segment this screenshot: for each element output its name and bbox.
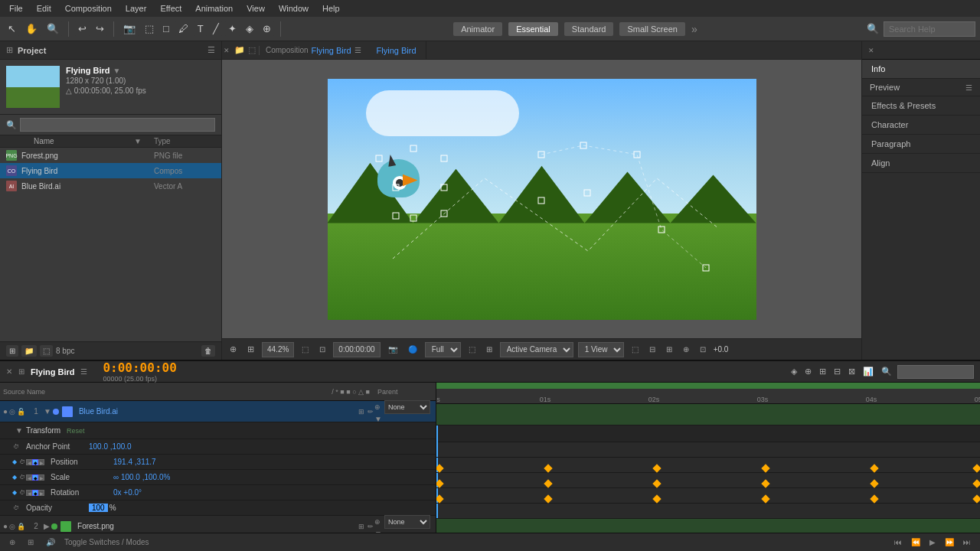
tl-rot-add-key[interactable]: ◆ xyxy=(32,490,38,496)
delete-btn[interactable]: 🗑 xyxy=(201,345,215,357)
comp-flowchart-btn[interactable]: ⊟ xyxy=(646,344,658,355)
tl-pos-stopwatch[interactable]: ⏱ xyxy=(18,458,26,466)
comp-tab-flyingbird[interactable]: Flying Bird xyxy=(368,41,426,59)
tl-snap-btn[interactable]: ⊕ xyxy=(802,366,814,377)
tl-parent2-select[interactable]: None xyxy=(384,515,430,529)
tl-pos-value[interactable]: 191.4 ,311.7 xyxy=(113,458,156,466)
tl-key-pos-4[interactable] xyxy=(761,464,769,472)
tl-graph-body[interactable] xyxy=(436,404,980,533)
tl-opacity-value[interactable]: 100 xyxy=(89,504,108,512)
tl-anchor-value[interactable]: 100.0 ,100.0 xyxy=(89,442,132,451)
tl-graph-editor-btn[interactable]: 📊 xyxy=(861,366,876,377)
project-menu-icon[interactable]: ☰ xyxy=(207,45,215,55)
comp-snap-btn[interactable]: ⊡ xyxy=(697,344,709,355)
workspace-standard[interactable]: Standard xyxy=(564,22,614,36)
tl-layer2-expand[interactable]: ▶ xyxy=(44,522,50,530)
project-item-flyingbird[interactable]: CO Flying Bird Compos xyxy=(0,163,221,178)
pen-tool[interactable]: 🖊 xyxy=(175,21,191,36)
tl-pos-next-key[interactable]: ▶ xyxy=(38,459,44,465)
tl-layer1-expand[interactable]: ▼ xyxy=(44,407,51,416)
tl-layer-1[interactable]: ● ◎ 🔓 1 ▼ Blue Bird.ai ⊞ ✏ ⊕ None xyxy=(0,401,436,422)
search-input[interactable] xyxy=(884,21,975,37)
tl-key-rot-4[interactable] xyxy=(761,494,769,503)
tl-layer2-lock[interactable]: 🔒 xyxy=(17,523,25,530)
new-item-btn[interactable]: ⊞ xyxy=(6,345,18,357)
timecode-display[interactable]: 0:00:00:00 xyxy=(333,342,380,357)
tl-toggle-label[interactable]: Toggle Switches / Modes xyxy=(64,538,149,546)
zoom-display[interactable]: 44.2% xyxy=(262,342,294,357)
tl-rot-stopwatch[interactable]: ⏱ xyxy=(18,489,26,497)
puppet-tool[interactable]: ⊕ xyxy=(260,21,274,36)
tl-parent1-dropdown[interactable]: ▼ xyxy=(374,415,382,423)
tl-scale-next-key[interactable]: ▶ xyxy=(38,474,44,481)
effects-presets-item[interactable]: Effects & Presets xyxy=(862,96,980,116)
tl-marker-btn[interactable]: ◈ xyxy=(789,366,799,377)
menu-composition[interactable]: Composition xyxy=(59,2,118,15)
project-item-forest[interactable]: PNG Forest.png PNG file xyxy=(0,148,221,163)
tl-layer1-eye[interactable]: ● xyxy=(3,407,8,416)
pixel-aspect-btn[interactable]: ⊡ xyxy=(316,344,328,355)
tl-key-rot-1[interactable] xyxy=(436,494,444,503)
tl-key-pos-6[interactable] xyxy=(972,464,980,472)
tl-layer-audio-btn[interactable]: 🔊 xyxy=(43,537,58,547)
tl-transform-expand[interactable]: ▼ xyxy=(15,426,23,435)
tl-go-end-btn[interactable]: ⏭ xyxy=(960,537,974,547)
menu-edit[interactable]: Edit xyxy=(31,2,57,15)
info-panel-item[interactable]: Info xyxy=(862,60,980,79)
comp-3d-btn[interactable]: ⊕ xyxy=(680,344,692,355)
eraser-tool[interactable]: ◈ xyxy=(243,21,256,36)
camera-snapshot-btn[interactable]: 📷 xyxy=(385,344,400,355)
undo-btn[interactable]: ↩ xyxy=(75,21,90,36)
tl-play-btn[interactable]: ▶ xyxy=(926,537,939,547)
tl-key-rot-2[interactable] xyxy=(544,494,552,503)
tl-search-btn[interactable]: 🔍 xyxy=(879,366,894,377)
tl-pos-prev-key[interactable]: ◀ xyxy=(26,459,32,465)
workspace-animator[interactable]: Animator xyxy=(453,22,502,36)
tl-key-scale-6[interactable] xyxy=(972,479,980,487)
tl-opacity-stopwatch[interactable]: ⏱ xyxy=(12,504,20,512)
comp-tab-menu[interactable]: ☰ xyxy=(354,46,361,54)
tl-layer1-switch-btn[interactable]: ⊞ xyxy=(358,407,365,416)
tl-motion-path-btn[interactable]: ⊟ xyxy=(831,366,843,377)
select-tool[interactable]: ↖ xyxy=(5,21,19,36)
tl-key-pos-5[interactable] xyxy=(870,464,878,472)
tl-rot-value[interactable]: 0x +0.0° xyxy=(113,488,142,497)
tl-key-scale-1[interactable] xyxy=(436,479,444,487)
rect-tool[interactable]: □ xyxy=(160,21,172,36)
fit-to-comp-btn[interactable]: ⬚ xyxy=(299,344,312,355)
menu-view[interactable]: View xyxy=(240,2,271,15)
tl-prev-frame-btn[interactable]: ⏪ xyxy=(908,537,923,547)
tl-scale-value[interactable]: ∞ 100.0 ,100.0% xyxy=(113,473,170,481)
tl-key-scale-5[interactable] xyxy=(870,479,878,487)
tl-key-pos-3[interactable] xyxy=(652,464,661,472)
hand-tool[interactable]: ✋ xyxy=(22,21,41,36)
tl-layer-2[interactable]: ● ◎ 🔒 2 ▶ Forest.png ⊞ ✏ ⊕ None xyxy=(0,516,436,533)
preview-dropdown-icon[interactable]: ▼ xyxy=(113,67,120,75)
tl-layer1-solo[interactable]: ◎ xyxy=(9,408,15,416)
tl-work-area[interactable] xyxy=(436,383,980,389)
comp-tab-name[interactable]: Flying Bird xyxy=(312,46,351,55)
menu-file[interactable]: File xyxy=(3,2,29,15)
tl-new-layer-btn[interactable]: ⊕ xyxy=(6,537,18,547)
tl-next-frame-btn[interactable]: ⏩ xyxy=(942,537,957,547)
tl-go-start-btn[interactable]: ⏮ xyxy=(891,537,905,547)
new-comp-btn[interactable]: ⬚ xyxy=(40,345,53,357)
tl-layer1-pencil-btn[interactable]: ✏ xyxy=(367,407,374,416)
tl-layer-settings-btn[interactable]: ⊞ xyxy=(24,537,37,547)
zoom-tool[interactable]: 🔍 xyxy=(44,21,62,36)
tl-layer1-parent[interactable]: ⊕ None ▼ xyxy=(374,400,436,423)
sort-icon[interactable]: ▼ xyxy=(134,137,142,145)
tl-key-scale-4[interactable] xyxy=(761,479,769,487)
text-tool[interactable]: T xyxy=(194,21,207,36)
workspace-essential[interactable]: Essential xyxy=(508,22,558,36)
tl-anchor-stopwatch[interactable]: ⏱ xyxy=(12,443,20,451)
tl-key-scale-2[interactable] xyxy=(544,479,552,487)
tl-scale-stopwatch[interactable]: ⏱ xyxy=(18,474,26,481)
tl-scale-prev-key[interactable]: ◀ xyxy=(26,474,32,481)
close-comp-btn[interactable]: ✕ xyxy=(222,41,231,59)
tl-key-scale-3[interactable] xyxy=(652,479,661,487)
character-item[interactable]: Character xyxy=(862,116,980,135)
tl-layer2-solo[interactable]: ◎ xyxy=(9,523,15,530)
tl-search-input[interactable] xyxy=(897,365,974,379)
workspace-small-screen[interactable]: Small Screen xyxy=(619,22,684,36)
